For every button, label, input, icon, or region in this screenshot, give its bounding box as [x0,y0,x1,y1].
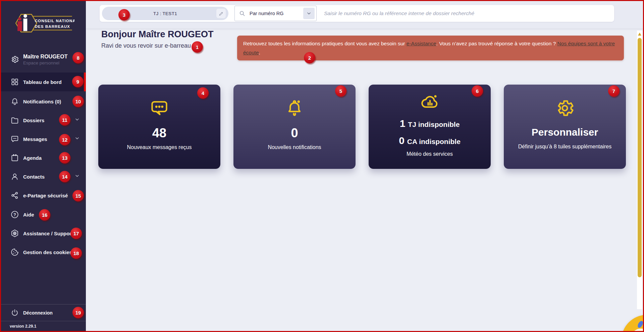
folder-icon [10,116,19,125]
annotation-badge-12: 12 [59,134,70,145]
tj-count: 1 [400,118,406,129]
scrollbar-thumb[interactable] [638,38,642,277]
annotation-badge-6: 6 [472,85,483,97]
sidebar-item-label: Gestion des cookies [23,249,72,255]
profile-name: Maître ROUGEOT [23,54,67,60]
sidebar: CONSEIL NATIONAL DES BARREAUX Maître ROU… [1,1,86,331]
sidebar-item-label: Notifications (0) [23,99,61,104]
tile-meteo-des-services[interactable]: 1TJ indisponible 0CA indisponible Météo … [369,85,491,169]
sidebar-item-label: Assistance / Support [23,231,73,236]
sidebar-item-agenda[interactable]: Agenda [1,148,86,167]
greeting-title: Bonjour Maître ROUGEOT [101,29,214,40]
share-icon [10,191,19,200]
annotation-badge-9: 9 [72,76,84,87]
tj-status-line: 1TJ indisponible [400,117,460,130]
tile-label: Définir jusqu’à 8 tuiles supplémentaires [518,144,611,150]
e-assistance-link[interactable]: e-Assistance [407,41,436,46]
edit-pencil-icon[interactable] [216,9,226,18]
tile-value: 48 [152,126,166,140]
bell-icon [10,97,19,106]
cookie-icon [10,248,19,256]
version-label: version 2.29.1 [10,324,36,329]
support-icon [10,229,19,238]
tj-label: TJ indisponible [408,121,460,128]
chat-bubble-icon [10,135,19,143]
assistance-banner: Retrouvez toutes les informations pratiq… [237,36,624,60]
ca-status-line: 0CA indisponible [399,135,461,147]
tile-nouvelles-notifications[interactable]: 0 Nouvelles notifications [233,85,356,169]
banner-text: . [259,50,260,55]
version-bar: version 2.29.1 [1,321,86,331]
annotation-badge-13: 13 [59,152,70,163]
gear-icon [10,55,19,64]
lemon-icon [625,318,644,332]
help-icon: ? [10,210,19,219]
sidebar-item-label: Dossiers [23,117,44,123]
banner-text: . Vous n’avez pas trouvé réponse à votre… [436,41,557,46]
gear-icon [555,98,575,118]
annotation-badge-16: 16 [39,209,50,221]
topbar: TJ : TEST1 Par numéro RG [86,1,644,29]
sidebar-item-label: Messages [23,136,47,142]
e-barreau-dashboard: CONSEIL NATIONAL DES BARREAUX Maître ROU… [0,0,644,332]
annotation-badge-15: 15 [72,190,84,201]
calendar-icon [10,153,19,162]
chevron-down-icon[interactable] [74,136,80,142]
annotation-badge-3: 3 [118,9,130,20]
chevron-down-icon[interactable] [74,173,80,180]
search-icon [239,10,246,17]
sidebar-item-messages[interactable]: Messages [1,130,86,148]
tile-value: 0 [291,126,298,140]
annotation-badge-4: 4 [197,87,209,99]
svg-text:?: ? [13,212,16,217]
tile-personnaliser[interactable]: Personnaliser Définir jusqu’à 8 tuiles s… [504,85,626,169]
sidebar-item-label: Tableau de bord [23,79,62,85]
sidebar-item-label: Aide [23,212,34,218]
annotation-badge-10: 10 [72,96,84,107]
person-icon [10,172,19,181]
sidebar-item-label: e-Partage sécurisé [23,193,68,198]
jurisdiction-value: TJ : TEST1 [153,11,177,16]
annotation-badge-8: 8 [72,52,84,63]
search-filter-value: Par numéro RG [250,11,303,16]
annotation-badge-17: 17 [70,228,82,239]
annotation-badge-11: 11 [59,114,70,126]
tile-label: Météo des services [407,151,453,157]
sidebar-item-label: Contacts [23,174,45,180]
annotation-badge-14: 14 [59,171,70,182]
ca-label: CA indisponible [407,138,461,145]
dashboard-grid-icon [10,78,19,86]
logo-line1: CONSEIL NATIONAL [35,18,74,23]
sidebar-item-dossiers[interactable]: Dossiers [1,111,86,130]
sidebar-item-label: Agenda [23,155,42,161]
annotation-badge-7: 7 [608,85,620,97]
banner-text: Retrouvez toutes les informations pratiq… [243,41,407,46]
tile-title: Personnaliser [532,126,598,139]
search-input[interactable] [324,7,607,20]
annotation-badge-1: 1 [192,41,203,53]
power-icon [10,309,19,317]
ca-count: 0 [399,135,405,146]
annotation-badge-18: 18 [70,247,82,259]
greeting-subtitle: Ravi de vous revoir sur e-barreau [101,42,191,49]
profile-subtitle: Espace personnel [23,60,67,65]
scrollbar-up-arrow[interactable] [638,33,641,36]
logo-line2: DES BARREAUX [35,24,70,29]
lemon-help-widget[interactable] [622,315,644,332]
annotation-badge-19: 19 [72,307,84,318]
bell-icon [284,98,305,118]
chevron-down-icon[interactable] [74,117,80,124]
cnb-logo[interactable]: CONSEIL NATIONAL DES BARREAUX [1,1,86,45]
search-card: TJ : TEST1 Par numéro RG [100,5,614,22]
logout-label: Déconnexion [23,310,53,316]
tile-label: Nouveaux messages reçus [127,144,192,150]
cloud-status-icon [420,92,440,112]
chat-bubble-icon [149,98,169,118]
annotation-badge-5: 5 [335,85,346,97]
chevron-down-icon[interactable] [303,8,315,19]
sidebar-item-contacts[interactable]: Contacts [1,167,86,186]
tile-label: Nouvelles notifications [268,144,321,150]
search-filter-select[interactable]: Par numéro RG [234,6,317,21]
annotation-badge-2: 2 [304,52,315,63]
